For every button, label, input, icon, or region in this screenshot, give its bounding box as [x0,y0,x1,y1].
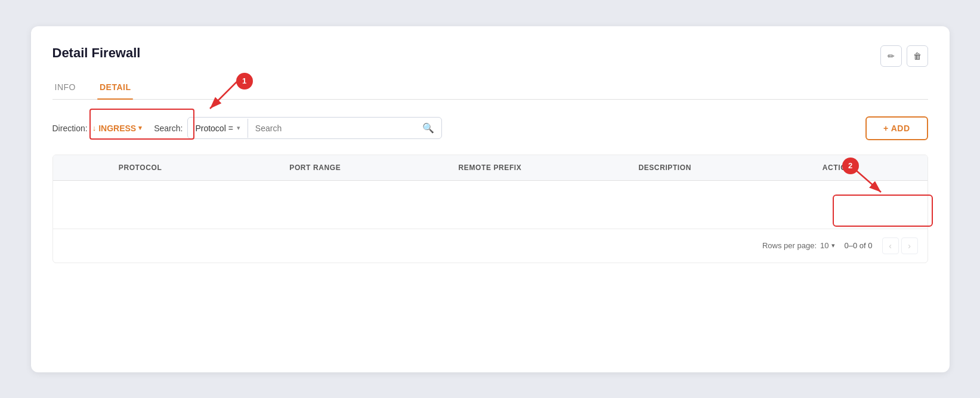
rows-per-page-select[interactable]: 10 ▾ [820,241,834,250]
page-title: Detail Firewall [52,45,141,61]
add-btn-wrapper: + ADD [865,116,928,140]
tab-info[interactable]: INFO [52,76,78,99]
protocol-value: Protocol = [195,124,233,133]
protocol-select[interactable]: Protocol = ▾ [188,119,248,138]
page-info: 0–0 of 0 [845,241,873,250]
search-button[interactable]: 🔍 [415,118,441,138]
pagination-row: Rows per page: 10 ▾ 0–0 of 0 ‹ › [53,229,928,263]
search-icon: 🔍 [422,123,434,133]
tab-bar: INFO DETAIL [52,76,928,100]
edit-icon: ✏ [888,51,895,61]
col-protocol: PROTOCOL [53,155,228,180]
edit-button[interactable]: ✏ [880,45,902,67]
direction-filter: Direction: ↓ INGRESS ▾ [52,124,143,133]
search-group: Search: Protocol = ▾ 🔍 [154,117,442,139]
prev-page-button[interactable]: ‹ [882,237,899,254]
rows-per-page-group: Rows per page: 10 ▾ [762,241,835,250]
tab-detail[interactable]: DETAIL [97,76,134,99]
header-actions: ✏ 🗑 [880,45,928,67]
search-input[interactable] [248,119,415,138]
direction-label: Direction: [52,124,88,133]
data-table: PROTOCOL PORT RANGE REMOTE PREFIX DESCRI… [52,155,928,263]
delete-button[interactable]: 🗑 [907,45,928,67]
card-header: Detail Firewall ✏ 🗑 [52,45,928,67]
rows-per-page-chevron-icon: ▾ [831,242,835,249]
rows-per-page-value: 10 [820,241,828,250]
next-page-button[interactable]: › [901,237,918,254]
search-label: Search: [154,124,183,133]
search-box: Protocol = ▾ 🔍 [187,117,441,139]
direction-value: INGRESS [98,124,136,133]
table-header: PROTOCOL PORT RANGE REMOTE PREFIX DESCRI… [53,155,928,181]
main-card: Detail Firewall ✏ 🗑 INFO DETAIL [31,26,950,372]
col-port-range: PORT RANGE [228,155,403,180]
add-button[interactable]: + ADD [865,116,928,140]
direction-select[interactable]: ↓ INGRESS ▾ [92,124,143,133]
rows-per-page-label: Rows per page: [762,241,817,250]
col-actions: ACTIONS [752,155,927,180]
page-nav: ‹ › [882,237,918,254]
filters-row: Direction: ↓ INGRESS ▾ Search: Protocol … [52,116,928,140]
col-remote-prefix: REMOTE PREFIX [403,155,577,180]
direction-chevron-icon: ▾ [138,124,142,132]
table-body [53,181,928,229]
delete-icon: 🗑 [913,51,922,61]
protocol-chevron-icon: ▾ [237,124,240,132]
ingress-arrow-icon: ↓ [92,124,97,132]
col-description: DESCRIPTION [577,155,752,180]
